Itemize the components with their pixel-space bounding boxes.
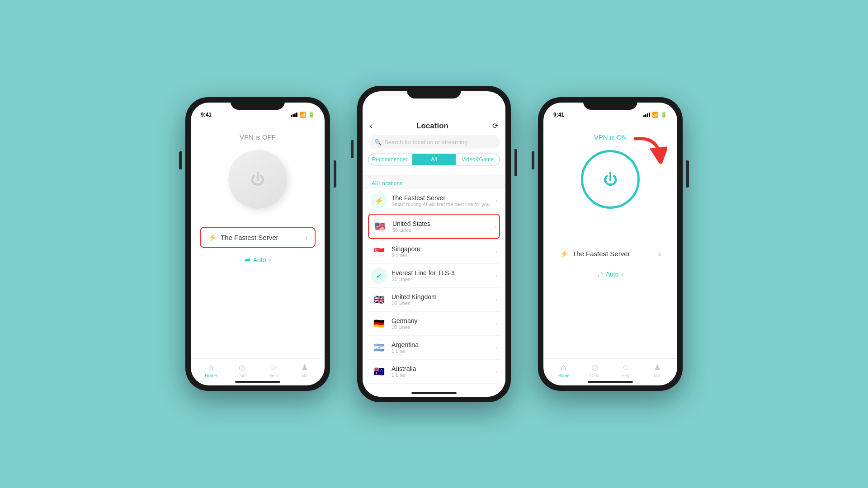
power-icon-3: ⏻ xyxy=(603,171,618,188)
home-bar-2 xyxy=(411,392,457,394)
uk-chevron: › xyxy=(495,296,497,303)
data-icon-3: ◎ xyxy=(591,362,599,372)
tab-all[interactable]: All xyxy=(412,154,456,165)
au-lines: 1 Line xyxy=(392,372,491,378)
home-bar-3 xyxy=(588,381,633,383)
server-label-3: The Fastest Server xyxy=(572,250,630,258)
me-label-3: Me xyxy=(654,373,660,378)
battery-icon-3: 🔋 xyxy=(660,112,667,118)
sg-lines: 5 Lines xyxy=(392,253,491,258)
de-name: Germany xyxy=(392,317,491,324)
me-icon-3: ♟ xyxy=(654,362,661,372)
nav-data-3[interactable]: ◎ Data xyxy=(579,362,610,378)
loc-sg[interactable]: 🇸🇬 Singapore 5 Lines › xyxy=(368,240,500,264)
search-bar[interactable]: 🔍 Search for location or streaming xyxy=(368,135,500,149)
ar-lines: 1 Line xyxy=(392,348,491,354)
fastest-chevron: › xyxy=(495,197,497,204)
nav-data-1[interactable]: ◎ Data xyxy=(226,362,258,378)
help-icon-1: ☺ xyxy=(269,363,277,372)
battery-icon-1: 🔋 xyxy=(308,112,315,118)
loc-us[interactable]: 🇺🇸 United States 68 Lines › xyxy=(368,214,500,239)
home-label-3: Home xyxy=(557,373,570,378)
phone-3: 9:41 📶 🔋 VPN is ON ⏻ xyxy=(538,97,683,391)
data-label-3: Data xyxy=(590,373,599,378)
loc-au[interactable]: 🇦🇺 Australia 1 Line › xyxy=(368,360,500,384)
home-label-1: Home xyxy=(205,373,217,378)
tls-chevron: › xyxy=(495,272,497,279)
chevron-icon-1: › xyxy=(305,234,307,241)
us-name: United States xyxy=(392,220,490,227)
flag-uk: 🇬🇧 xyxy=(371,291,387,308)
notch-3 xyxy=(583,97,637,110)
uk-lines: 10 Lines xyxy=(392,300,491,306)
chevron-icon-3: › xyxy=(659,250,661,258)
de-chevron: › xyxy=(495,320,497,327)
nav-help-3[interactable]: ☺ Help xyxy=(610,363,642,378)
bolt-icon-1: ⚡ xyxy=(208,233,217,242)
help-label-3: Help xyxy=(621,373,631,378)
time-3: 9:41 xyxy=(553,112,564,118)
tab-recommended[interactable]: Recommended xyxy=(368,154,412,165)
nav-me-3[interactable]: ♟ Me xyxy=(642,362,673,378)
home-bar-1 xyxy=(235,381,280,383)
me-label-1: Me xyxy=(302,373,308,378)
auto-label-3: Auto xyxy=(606,271,619,278)
uk-name: United Kingdom xyxy=(392,293,491,300)
auto-icon-3: ⇌ xyxy=(597,270,603,278)
tls-lines: 11 Lines xyxy=(392,277,491,282)
tab-videogame[interactable]: Video&Game xyxy=(456,154,500,165)
help-icon-3: ☺ xyxy=(622,363,630,372)
nav-home-3[interactable]: ⌂ Home xyxy=(548,363,579,378)
signal-icon-3 xyxy=(643,113,650,117)
location-tabs: Recommended All Video&Game xyxy=(368,154,500,165)
bolt-icon-3: ⚡ xyxy=(560,249,569,258)
back-button[interactable]: ‹ xyxy=(370,121,373,131)
loc-de[interactable]: 🇩🇪 Germany 10 Lines › xyxy=(368,312,500,336)
fastest-server-btn-1[interactable]: ⚡ The Fastest Server › xyxy=(200,227,316,248)
nav-home-1[interactable]: ⌂ Home xyxy=(195,363,226,378)
sg-name: Singapore xyxy=(392,245,491,253)
flag-au: 🇦🇺 xyxy=(371,363,387,380)
notch-2 xyxy=(407,86,461,99)
me-icon-1: ♟ xyxy=(301,362,308,372)
time-1: 9:41 xyxy=(201,112,212,118)
flag-de: 🇩🇪 xyxy=(371,315,387,332)
fastest-sub: Smart routing AI will find the best line… xyxy=(392,202,491,207)
loc-uk[interactable]: 🇬🇧 United Kingdom 10 Lines › xyxy=(368,288,500,312)
flag-tls: ✔ xyxy=(371,267,387,284)
data-label-1: Data xyxy=(237,373,247,378)
flag-us: 🇺🇸 xyxy=(372,218,388,235)
loc-fastest[interactable]: ⚡ The Fastest Server Smart routing AI wi… xyxy=(368,189,500,213)
au-name: Australia xyxy=(392,365,491,372)
notch-1 xyxy=(231,97,285,110)
auto-chevron-3: › xyxy=(622,271,624,278)
home-icon-3: ⌂ xyxy=(561,363,566,372)
wifi-icon-1: 📶 xyxy=(299,112,306,118)
server-label-1: The Fastest Server xyxy=(221,234,278,241)
nav-help-1[interactable]: ☺ Help xyxy=(258,363,289,378)
loc-ar[interactable]: 🇦🇷 Argentina 1 Line › xyxy=(368,336,500,360)
wifi-icon-3: 📶 xyxy=(652,112,659,118)
location-header: ‹ Location ⟳ xyxy=(363,115,505,135)
signal-icon-1 xyxy=(291,113,297,117)
power-button-1[interactable]: ⏻ xyxy=(228,150,287,209)
home-icon-1: ⌂ xyxy=(208,363,213,372)
data-icon-1: ◎ xyxy=(239,362,246,372)
flag-sg: 🇸🇬 xyxy=(371,244,387,260)
flag-ar: 🇦🇷 xyxy=(371,339,387,356)
fastest-server-btn-3[interactable]: ⚡ The Fastest Server › xyxy=(552,245,668,263)
phone-2: 9:41 📶 🔋 ‹ Location ⟳ 🔍 Search for locat… xyxy=(357,86,511,402)
phone-1: 9:41 📶 🔋 VPN is OFF ⏻ ⚡ The Fast xyxy=(185,97,330,391)
loc-tls[interactable]: ✔ Everest Line for TLS-3 11 Lines › xyxy=(368,264,500,288)
speed-test-icon[interactable]: ⟳ xyxy=(492,122,498,130)
auto-chevron-1: › xyxy=(269,256,271,263)
search-icon: 🔍 xyxy=(374,139,382,145)
ar-name: Argentina xyxy=(392,341,491,348)
us-lines: 68 Lines xyxy=(392,227,490,233)
auto-btn-1[interactable]: ⇌ Auto › xyxy=(245,255,271,264)
section-label: All Locations xyxy=(370,180,402,187)
nav-me-1[interactable]: ♟ Me xyxy=(289,362,320,378)
auto-btn-3[interactable]: ⇌ Auto › xyxy=(597,270,623,278)
auto-label-1: Auto xyxy=(253,256,266,263)
search-placeholder: Search for location or streaming xyxy=(384,139,467,145)
